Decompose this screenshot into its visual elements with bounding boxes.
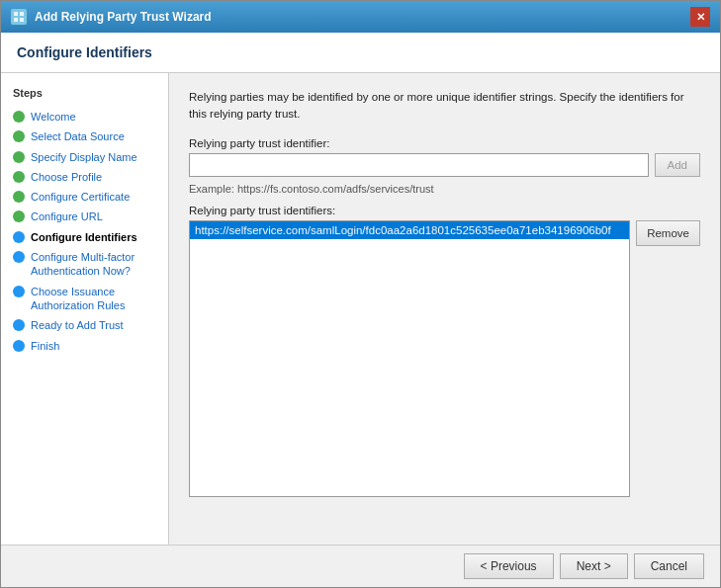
sidebar-item-label-ready-to-add: Ready to Add Trust: [31, 318, 124, 332]
main-panel: Relying parties may be identified by one…: [169, 73, 720, 545]
next-button[interactable]: Next >: [560, 553, 628, 579]
step-dot-configure-identifiers: [13, 231, 25, 243]
svg-rect-3: [20, 18, 24, 22]
sidebar-item-ready-to-add[interactable]: Ready to Add Trust: [1, 315, 168, 335]
identifiers-label: Relying party trust identifiers:: [189, 205, 700, 216]
previous-button[interactable]: < Previous: [464, 553, 554, 579]
app-icon: [11, 9, 27, 25]
step-dot-select-data-source: [13, 130, 25, 142]
sidebar-item-label-choose-profile: Choose Profile: [31, 170, 102, 184]
dialog: Add Relying Party Trust Wizard ✕ Configu…: [0, 0, 721, 588]
sidebar-item-configure-multifactor[interactable]: Configure Multi-factor Authentication No…: [1, 247, 168, 282]
step-dot-choose-profile: [13, 171, 25, 183]
step-dot-welcome: [13, 111, 25, 123]
sidebar-item-label-specify-display-name: Specify Display Name: [31, 150, 137, 164]
svg-rect-2: [14, 18, 18, 22]
sidebar-item-configure-certificate[interactable]: Configure Certificate: [1, 187, 168, 207]
sidebar-item-select-data-source[interactable]: Select Data Source: [1, 126, 168, 146]
step-dot-configure-multifactor: [13, 251, 25, 263]
svg-rect-1: [20, 12, 24, 16]
title-bar-left: Add Relying Party Trust Wizard: [11, 9, 212, 25]
step-dot-configure-certificate: [13, 191, 25, 203]
identifiers-row: https://selfservice.com/samlLogin/fdc0aa…: [189, 220, 700, 497]
dialog-title: Add Relying Party Trust Wizard: [35, 10, 212, 24]
sidebar-item-choose-profile[interactable]: Choose Profile: [1, 167, 168, 187]
content-area: Steps WelcomeSelect Data SourceSpecify D…: [1, 73, 720, 545]
svg-rect-0: [14, 12, 18, 16]
remove-button[interactable]: Remove: [636, 220, 700, 246]
identifier-item[interactable]: https://selfservice.com/samlLogin/fdc0aa…: [190, 221, 629, 239]
sidebar-item-label-configure-certificate: Configure Certificate: [31, 190, 130, 204]
footer: < Previous Next > Cancel: [1, 545, 720, 587]
step-dot-ready-to-add: [13, 319, 25, 331]
example-text: Example: https://fs.contoso.com/adfs/ser…: [189, 183, 700, 195]
add-button[interactable]: Add: [655, 153, 700, 177]
sidebar-item-label-choose-issuance: Choose Issuance Authorization Rules: [31, 285, 156, 313]
sidebar-item-configure-identifiers[interactable]: Configure Identifiers: [1, 227, 168, 247]
identifier-input[interactable]: [189, 153, 649, 177]
identifiers-list[interactable]: https://selfservice.com/samlLogin/fdc0aa…: [189, 220, 630, 497]
step-dot-configure-url: [13, 210, 25, 222]
description-text: Relying parties may be identified by one…: [189, 89, 700, 124]
sidebar-item-label-finish: Finish: [31, 339, 59, 353]
sidebar-item-specify-display-name[interactable]: Specify Display Name: [1, 147, 168, 167]
sidebar-item-label-configure-identifiers: Configure Identifiers: [31, 230, 137, 244]
step-dot-choose-issuance: [13, 286, 25, 297]
close-button[interactable]: ✕: [690, 7, 710, 27]
sidebar-item-label-configure-url: Configure URL: [31, 210, 103, 223]
sidebar-item-label-select-data-source: Select Data Source: [31, 129, 125, 143]
step-dot-finish: [13, 340, 25, 352]
sidebar: Steps WelcomeSelect Data SourceSpecify D…: [1, 73, 169, 545]
sidebar-item-label-welcome: Welcome: [31, 110, 76, 124]
identifier-input-row: Add: [189, 153, 700, 177]
page-header: Configure Identifiers: [1, 33, 720, 73]
sidebar-item-label-configure-multifactor: Configure Multi-factor Authentication No…: [31, 250, 156, 279]
cancel-button[interactable]: Cancel: [634, 553, 704, 579]
title-bar: Add Relying Party Trust Wizard ✕: [1, 1, 720, 33]
step-dot-specify-display-name: [13, 151, 25, 163]
identifier-label: Relying party trust identifier:: [189, 137, 700, 149]
page-title: Configure Identifiers: [17, 44, 704, 60]
sidebar-item-choose-issuance[interactable]: Choose Issuance Authorization Rules: [1, 282, 168, 316]
sidebar-item-welcome[interactable]: Welcome: [1, 107, 168, 126]
steps-label: Steps: [1, 83, 168, 107]
sidebar-item-configure-url[interactable]: Configure URL: [1, 207, 168, 226]
sidebar-item-finish[interactable]: Finish: [1, 336, 168, 356]
